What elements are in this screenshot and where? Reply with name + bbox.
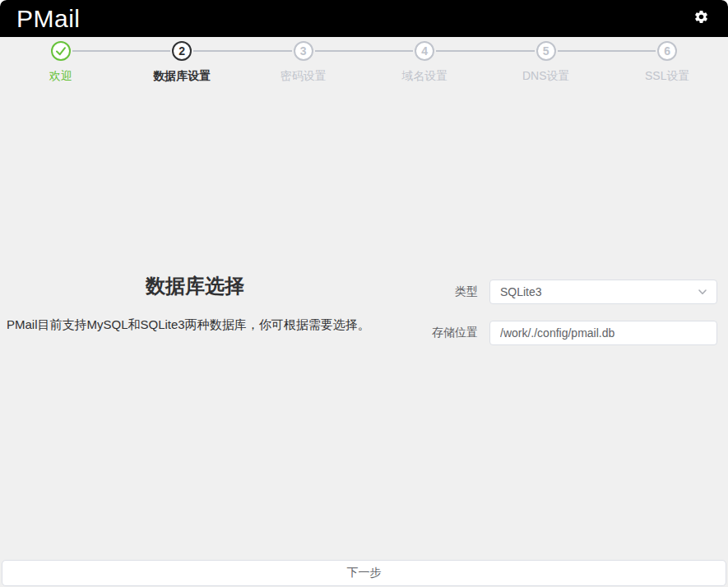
db-type-row: 类型 SQLite3 (422, 280, 717, 304)
page-description: PMail目前支持MySQL和SQLite3两种数据库，你可根据需要选择。 (7, 317, 383, 332)
step-circle: 5 (536, 41, 556, 61)
step-label: 域名设置 (364, 68, 486, 83)
app-title: PMail (16, 0, 81, 37)
step-label: DNS设置 (485, 68, 607, 83)
step-number: 5 (543, 44, 549, 58)
db-type-select[interactable]: SQLite3 (489, 280, 717, 304)
step-dns: 5 DNS设置 (485, 41, 607, 83)
main-content: 数据库选择 PMail目前支持MySQL和SQLite3两种数据库，你可根据需要… (0, 272, 728, 345)
step-label: 密码设置 (243, 68, 364, 83)
db-type-label: 类型 (422, 284, 478, 299)
step-number: 3 (300, 44, 307, 58)
check-icon (55, 45, 67, 57)
db-path-row: 存储位置 (422, 321, 717, 345)
step-circle (51, 41, 71, 61)
step-number: 4 (421, 44, 428, 58)
step-label: 数据库设置 (122, 68, 243, 83)
step-number: 6 (664, 44, 670, 58)
step-circle: 6 (657, 41, 677, 61)
database-form: 类型 SQLite3 存储位置 (422, 280, 728, 345)
step-domain: 4 域名设置 (364, 41, 486, 83)
setup-stepper: 欢迎 2 数据库设置 3 密码设置 4 域名设置 5 DNS设置 (0, 41, 728, 83)
pmail-setup-window: PMail 欢迎 2 数据库设置 3 密码设置 (0, 0, 728, 587)
page-title: 数据库选择 (7, 274, 383, 298)
intro-section: 数据库选择 PMail目前支持MySQL和SQLite3两种数据库，你可根据需要… (0, 272, 383, 332)
step-circle: 2 (172, 41, 192, 61)
step-ssl: 6 SSL设置 (607, 41, 728, 83)
step-label: SSL设置 (607, 68, 728, 83)
gear-icon (693, 9, 709, 28)
db-path-input[interactable] (489, 321, 717, 345)
db-type-selected-value: SQLite3 (500, 285, 542, 298)
db-path-label: 存储位置 (422, 326, 478, 340)
step-password: 3 密码设置 (243, 41, 364, 83)
step-number: 2 (179, 44, 185, 58)
step-welcome: 欢迎 (0, 41, 122, 83)
step-circle: 3 (294, 41, 313, 61)
chevron-down-icon (697, 286, 708, 298)
step-database: 2 数据库设置 (122, 41, 243, 83)
step-label: 欢迎 (0, 68, 122, 83)
step-circle: 4 (415, 41, 434, 61)
app-header: PMail (0, 0, 728, 37)
next-step-button[interactable]: 下一步 (2, 560, 726, 586)
settings-button[interactable] (692, 10, 710, 28)
